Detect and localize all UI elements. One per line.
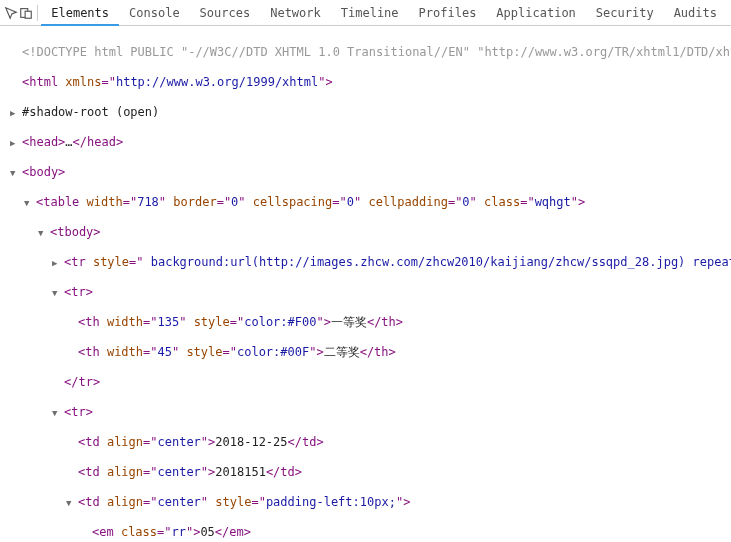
- tab-console[interactable]: Console: [119, 0, 190, 26]
- expand-icon[interactable]: [10, 135, 20, 151]
- em-05[interactable]: <em class="rr">05</em>: [0, 525, 731, 540]
- tr-bg[interactable]: <tr style=" background:url(http://images…: [0, 255, 731, 270]
- html-tag[interactable]: <html xmlns="http://www.w3.org/1999/xhtm…: [0, 75, 731, 90]
- tr-close[interactable]: </tr>: [0, 375, 731, 390]
- th-1[interactable]: <th width="135" style="color:#F00">一等奖</…: [0, 315, 731, 330]
- head-tag[interactable]: <head>…</head>: [0, 135, 731, 150]
- td-date[interactable]: <td align="center">2018-12-25</td>: [0, 435, 731, 450]
- doctype-line: <!DOCTYPE html PUBLIC "-//W3C//DTD XHTML…: [22, 45, 731, 59]
- tab-audits[interactable]: Audits: [664, 0, 727, 26]
- tab-network[interactable]: Network: [260, 0, 331, 26]
- device-toggle-icon[interactable]: [18, 0, 32, 26]
- inspect-icon[interactable]: [4, 0, 18, 26]
- shadow-root[interactable]: #shadow-root (open): [0, 105, 731, 120]
- tr-open-2[interactable]: <tr>: [0, 405, 731, 420]
- collapse-icon[interactable]: [38, 225, 48, 241]
- collapse-icon[interactable]: [66, 495, 76, 511]
- expand-icon[interactable]: [10, 105, 20, 121]
- tab-profiles[interactable]: Profiles: [409, 0, 487, 26]
- collapse-icon[interactable]: [52, 285, 62, 301]
- collapse-icon[interactable]: [24, 195, 34, 211]
- separator: [37, 5, 38, 21]
- td-issue[interactable]: <td align="center">2018151</td>: [0, 465, 731, 480]
- panel-tabs: Elements Console Sources Network Timelin…: [41, 0, 727, 26]
- tab-sources[interactable]: Sources: [190, 0, 261, 26]
- body-tag[interactable]: <body>: [0, 165, 731, 180]
- tr-open[interactable]: <tr>: [0, 285, 731, 300]
- collapse-icon[interactable]: [10, 165, 20, 181]
- table-tag[interactable]: <table width="718" border="0" cellspacin…: [0, 195, 731, 210]
- th-2[interactable]: <th width="45" style="color:#00F">二等奖</t…: [0, 345, 731, 360]
- devtools-toolbar: Elements Console Sources Network Timelin…: [0, 0, 731, 26]
- svg-rect-1: [25, 11, 31, 18]
- tab-elements[interactable]: Elements: [41, 0, 119, 26]
- tab-application[interactable]: Application: [486, 0, 585, 26]
- tab-security[interactable]: Security: [586, 0, 664, 26]
- td-nums[interactable]: <td align="center" style="padding-left:1…: [0, 495, 731, 510]
- tab-timeline[interactable]: Timeline: [331, 0, 409, 26]
- collapse-icon[interactable]: [52, 405, 62, 421]
- tbody-tag[interactable]: <tbody>: [0, 225, 731, 240]
- expand-icon[interactable]: [52, 255, 62, 271]
- dom-tree[interactable]: <!DOCTYPE html PUBLIC "-//W3C//DTD XHTML…: [0, 26, 731, 542]
